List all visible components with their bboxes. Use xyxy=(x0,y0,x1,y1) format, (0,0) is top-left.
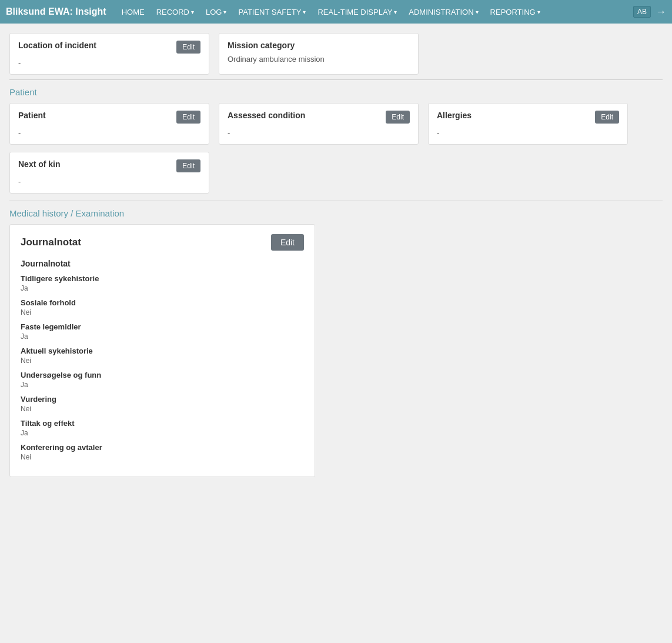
real-time-caret: ▾ xyxy=(394,9,397,15)
journal-field-label: Tiltak og effekt xyxy=(21,419,304,428)
patient-card: Patient Edit - xyxy=(9,103,209,145)
next-of-kin-edit-button[interactable]: Edit xyxy=(176,159,200,172)
journalnotat-section-title: Journalnotat xyxy=(21,259,304,268)
nav-patient-safety[interactable]: PATIENT SAFETY ▾ xyxy=(232,0,312,24)
patient-divider xyxy=(9,79,663,80)
journal-field-label: Faste legemidler xyxy=(21,322,304,331)
location-card-header: Location of incident Edit xyxy=(18,41,200,54)
journal-field-label: Aktuell sykehistorie xyxy=(21,347,304,355)
assessed-condition-header: Assessed condition Edit xyxy=(228,111,410,124)
patient-card-row-1: Patient Edit - Assessed condition Edit -… xyxy=(9,103,663,145)
mission-category-card: Mission category Ordinary ambulance miss… xyxy=(219,33,419,75)
language-button[interactable]: AB xyxy=(633,6,651,18)
next-of-kin-title: Next of kin xyxy=(18,159,61,169)
nav-record[interactable]: RECORD ▾ xyxy=(151,0,200,24)
medical-history-section-title: Medical history / Examination xyxy=(9,208,663,218)
allergies-card-header: Allergies Edit xyxy=(437,111,619,124)
patient-section: Patient Patient Edit - Assessed conditio… xyxy=(9,87,663,194)
allergies-card-value: - xyxy=(437,128,619,137)
journal-field-value: Ja xyxy=(21,381,304,389)
top-row: Location of incident Edit - Mission cate… xyxy=(9,33,663,75)
journal-field: Vurdering Nei xyxy=(21,395,304,413)
patient-card-title: Patient xyxy=(18,111,46,120)
next-of-kin-value: - xyxy=(18,177,200,186)
admin-caret: ▾ xyxy=(476,9,479,15)
journal-field: Undersøgelse og funn Ja xyxy=(21,371,304,389)
location-card-value: - xyxy=(18,58,200,67)
journal-field-value: Nei xyxy=(21,357,304,365)
journalnotat-card-header: Journalnotat Edit xyxy=(21,234,304,251)
assessed-condition-title: Assessed condition xyxy=(228,111,305,120)
journal-field-label: Vurdering xyxy=(21,395,304,404)
patient-card-header: Patient Edit xyxy=(18,111,200,124)
allergies-edit-button[interactable]: Edit xyxy=(595,111,619,124)
journal-field: Tiltak og effekt Ja xyxy=(21,419,304,437)
allergies-card-title: Allergies xyxy=(437,111,472,120)
mission-card-value: Ordinary ambulance mission xyxy=(228,55,410,64)
journal-field-value: Nei xyxy=(21,453,304,461)
journal-field: Aktuell sykehistorie Nei xyxy=(21,347,304,365)
navbar: Bliksund EWA: Insight HOME RECORD ▾ LOG … xyxy=(0,0,672,24)
allergies-card: Allergies Edit - xyxy=(428,103,628,145)
journal-field-value: Nei xyxy=(21,308,304,316)
assessed-condition-edit-button[interactable]: Edit xyxy=(386,111,410,124)
journal-field-value: Ja xyxy=(21,332,304,341)
medical-history-divider xyxy=(9,201,663,201)
nav-real-time-display[interactable]: REAL-TIME DISPLAY ▾ xyxy=(312,0,403,24)
journal-field-label: Undersøgelse og funn xyxy=(21,371,304,379)
journal-field: Konferering og avtaler Nei xyxy=(21,443,304,461)
journal-field-label: Sosiale forhold xyxy=(21,298,304,307)
journal-fields-container: Tidligere sykehistorie Ja Sosiale forhol… xyxy=(21,274,304,461)
location-card-title: Location of incident xyxy=(18,41,96,50)
mission-card-title: Mission category xyxy=(228,41,295,50)
main-content: Location of incident Edit - Mission cate… xyxy=(0,24,672,487)
assessed-condition-value: - xyxy=(228,128,410,137)
assessed-condition-card: Assessed condition Edit - xyxy=(219,103,419,145)
nav-home[interactable]: HOME xyxy=(116,0,151,24)
patient-section-title: Patient xyxy=(9,87,663,97)
journal-field: Tidligere sykehistorie Ja xyxy=(21,274,304,292)
next-of-kin-card: Next of kin Edit - xyxy=(9,152,209,194)
location-of-incident-card: Location of incident Edit - xyxy=(9,33,209,75)
patient-edit-button[interactable]: Edit xyxy=(176,111,200,124)
journal-field: Sosiale forhold Nei xyxy=(21,298,304,316)
patient-card-row-2: Next of kin Edit - xyxy=(9,152,663,194)
next-of-kin-header: Next of kin Edit xyxy=(18,159,200,172)
log-caret: ▾ xyxy=(223,9,226,15)
journal-field-label: Tidligere sykehistorie xyxy=(21,274,304,283)
journal-field-value: Ja xyxy=(21,429,304,437)
journal-field-label: Konferering og avtaler xyxy=(21,443,304,452)
record-caret: ▾ xyxy=(191,9,194,15)
navbar-brand: Bliksund EWA: Insight xyxy=(6,6,106,17)
journal-field: Faste legemidler Ja xyxy=(21,322,304,341)
journalnotat-card-title: Journalnotat xyxy=(21,236,81,248)
mission-card-header: Mission category xyxy=(228,41,410,50)
nav-administration[interactable]: ADMINISTRATION ▾ xyxy=(403,0,484,24)
journal-field-value: Ja xyxy=(21,284,304,292)
nav-reporting[interactable]: REPORTING ▾ xyxy=(484,0,546,24)
journalnotat-edit-button[interactable]: Edit xyxy=(271,234,304,251)
medical-history-section: Medical history / Examination Journalnot… xyxy=(9,208,663,477)
nav-right: AB → xyxy=(633,6,666,18)
journalnotat-card: Journalnotat Edit Journalnotat Tidligere… xyxy=(9,224,315,477)
journal-field-value: Nei xyxy=(21,405,304,413)
reporting-caret: ▾ xyxy=(537,9,540,15)
logout-icon[interactable]: → xyxy=(656,6,666,18)
location-edit-button[interactable]: Edit xyxy=(176,41,200,54)
patient-card-value: - xyxy=(18,128,200,137)
patient-safety-caret: ▾ xyxy=(303,9,306,15)
nav-log[interactable]: LOG ▾ xyxy=(200,0,232,24)
